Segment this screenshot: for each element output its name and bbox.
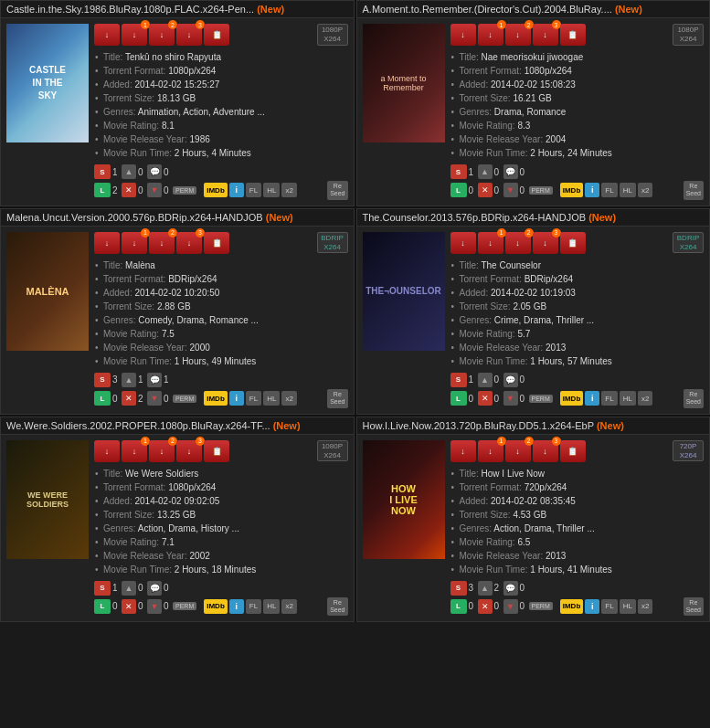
- download-btn-2[interactable]: ↓1: [478, 440, 503, 462]
- download-btn-1[interactable]: ↓: [94, 440, 120, 462]
- bookmark-btn[interactable]: 📋: [204, 232, 229, 254]
- bookmark-btn[interactable]: 📋: [204, 24, 229, 46]
- download-btn-2[interactable]: ↓1: [122, 440, 147, 462]
- vote-up-button[interactable]: ▲: [478, 164, 493, 179]
- download-btn-1[interactable]: ↓: [450, 232, 476, 254]
- hl-button[interactable]: HL: [263, 599, 280, 614]
- fl-button[interactable]: FL: [601, 599, 617, 614]
- fl-button[interactable]: FL: [601, 391, 617, 406]
- download-btn-1-inner[interactable]: ↓: [450, 24, 476, 46]
- info-button[interactable]: i: [229, 599, 244, 614]
- comment-button[interactable]: 💬: [147, 373, 162, 387]
- bookmark-btn-inner[interactable]: 📋: [204, 24, 229, 46]
- bookmark-btn-inner[interactable]: 📋: [560, 440, 586, 462]
- imdb-button[interactable]: IMDb: [204, 599, 228, 614]
- perm-button[interactable]: PERM: [529, 602, 553, 610]
- download-btn-1[interactable]: ↓: [94, 24, 120, 46]
- seed-l-button[interactable]: L: [94, 391, 111, 406]
- bookmark-btn-inner[interactable]: 📋: [560, 232, 586, 254]
- fl-button[interactable]: FL: [246, 183, 261, 197]
- download-btn-4[interactable]: ↓3: [176, 24, 202, 46]
- x2-button[interactable]: x2: [281, 183, 296, 197]
- seed-s-button[interactable]: S: [450, 164, 467, 179]
- seed-l-button[interactable]: L: [450, 391, 467, 406]
- download-btn-4[interactable]: ↓3: [533, 232, 558, 254]
- hl-button[interactable]: HL: [620, 391, 636, 406]
- reseed-button[interactable]: ReSeed: [327, 597, 347, 617]
- download-btn-2[interactable]: ↓1: [122, 24, 147, 46]
- x2-button[interactable]: x2: [638, 391, 652, 406]
- bookmark-btn[interactable]: 📋: [560, 232, 586, 254]
- download-btn-2[interactable]: ↓1: [478, 24, 503, 46]
- arrow-down-button[interactable]: ▼: [147, 391, 162, 406]
- download-btn-3[interactable]: ↓2: [149, 24, 175, 46]
- bookmark-btn[interactable]: 📋: [560, 440, 586, 462]
- bookmark-btn-inner[interactable]: 📋: [204, 440, 229, 462]
- vote-down-button[interactable]: ✕: [122, 599, 136, 614]
- download-btn-4[interactable]: ↓3: [176, 232, 202, 254]
- arrow-down-button[interactable]: ▼: [503, 183, 518, 197]
- download-btn-1[interactable]: ↓: [94, 232, 120, 254]
- imdb-button[interactable]: IMDb: [560, 183, 584, 197]
- download-btn-4[interactable]: ↓3: [533, 440, 558, 462]
- hl-button[interactable]: HL: [620, 183, 636, 197]
- vote-down-button[interactable]: ✕: [122, 183, 136, 197]
- download-btn-4[interactable]: ↓3: [533, 24, 558, 46]
- imdb-button[interactable]: IMDb: [560, 599, 584, 614]
- download-btn-1[interactable]: ↓: [450, 24, 476, 46]
- perm-button[interactable]: PERM: [529, 395, 553, 403]
- perm-button[interactable]: PERM: [173, 602, 196, 610]
- download-btn-1-inner[interactable]: ↓: [450, 440, 476, 462]
- arrow-down-button[interactable]: ▼: [147, 183, 162, 197]
- reseed-button[interactable]: ReSeed: [327, 389, 347, 408]
- download-btn-1-inner[interactable]: ↓: [94, 232, 120, 254]
- bookmark-btn[interactable]: 📋: [560, 24, 586, 46]
- download-btn-3[interactable]: ↓2: [505, 440, 531, 462]
- x2-button[interactable]: x2: [638, 183, 652, 197]
- seed-s-button[interactable]: S: [450, 373, 467, 387]
- comment-button[interactable]: 💬: [147, 164, 162, 179]
- bookmark-btn[interactable]: 📋: [204, 440, 229, 462]
- download-btn-1-inner[interactable]: ↓: [94, 24, 120, 46]
- arrow-down-button[interactable]: ▼: [147, 599, 162, 614]
- arrow-down-button[interactable]: ▼: [503, 391, 518, 406]
- x2-button[interactable]: x2: [281, 391, 296, 406]
- reseed-button[interactable]: ReSeed: [684, 181, 704, 200]
- hl-button[interactable]: HL: [263, 391, 280, 406]
- fl-button[interactable]: FL: [246, 391, 261, 406]
- vote-down-button[interactable]: ✕: [478, 183, 493, 197]
- seed-l-button[interactable]: L: [94, 599, 111, 614]
- imdb-button[interactable]: IMDb: [204, 183, 228, 197]
- vote-up-button[interactable]: ▲: [478, 581, 493, 596]
- info-button[interactable]: i: [229, 183, 244, 197]
- vote-up-button[interactable]: ▲: [122, 373, 136, 387]
- seed-s-button[interactable]: S: [94, 373, 111, 387]
- info-button[interactable]: i: [585, 183, 599, 197]
- download-btn-4[interactable]: ↓3: [176, 440, 202, 462]
- perm-button[interactable]: PERM: [529, 186, 553, 195]
- seed-l-button[interactable]: L: [450, 599, 467, 614]
- download-btn-1-inner[interactable]: ↓: [450, 232, 476, 254]
- comment-button[interactable]: 💬: [503, 373, 518, 387]
- seed-l-button[interactable]: L: [94, 183, 111, 197]
- comment-button[interactable]: 💬: [503, 581, 518, 596]
- comment-button[interactable]: 💬: [503, 164, 518, 179]
- x2-button[interactable]: x2: [281, 599, 296, 614]
- reseed-button[interactable]: ReSeed: [327, 181, 347, 200]
- vote-up-button[interactable]: ▲: [478, 373, 493, 387]
- download-btn-3[interactable]: ↓2: [505, 24, 531, 46]
- download-btn-3[interactable]: ↓2: [149, 440, 175, 462]
- hl-button[interactable]: HL: [620, 599, 636, 614]
- hl-button[interactable]: HL: [263, 183, 280, 197]
- info-button[interactable]: i: [585, 599, 599, 614]
- fl-button[interactable]: FL: [246, 599, 261, 614]
- reseed-button[interactable]: ReSeed: [684, 389, 704, 408]
- download-btn-2[interactable]: ↓1: [122, 232, 147, 254]
- vote-down-button[interactable]: ✕: [478, 599, 493, 614]
- imdb-button[interactable]: IMDb: [204, 391, 228, 406]
- download-btn-3[interactable]: ↓2: [149, 232, 175, 254]
- download-btn-2[interactable]: ↓1: [478, 232, 503, 254]
- vote-up-button[interactable]: ▲: [122, 164, 136, 179]
- vote-up-button[interactable]: ▲: [122, 581, 136, 596]
- arrow-down-button[interactable]: ▼: [503, 599, 518, 614]
